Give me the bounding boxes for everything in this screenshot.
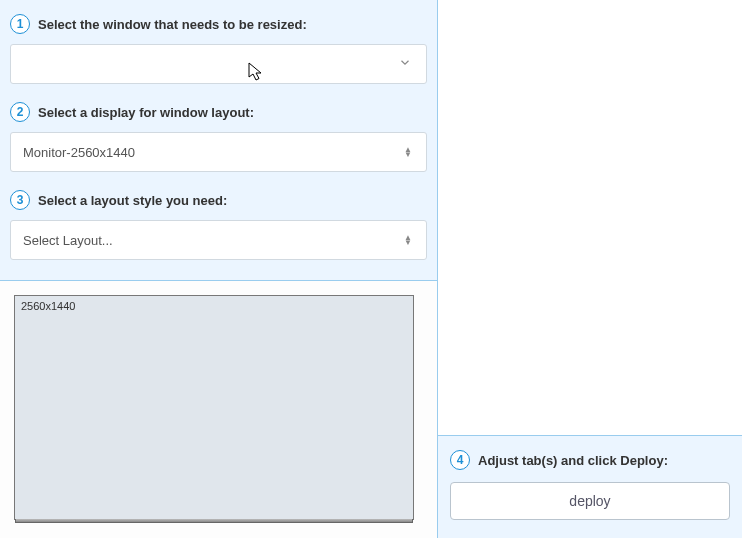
updown-icon: ▲▼ — [404, 235, 412, 245]
right-spacer — [438, 0, 742, 435]
step-2-badge: 2 — [10, 102, 30, 122]
step-3-badge: 3 — [10, 190, 30, 210]
left-pane: 1 Select the window that needs to be res… — [0, 0, 438, 538]
step-4-header: 4 Adjust tab(s) and click Deploy: — [450, 450, 730, 470]
monitor-preview[interactable]: 2560x1440 — [14, 295, 414, 520]
right-pane: 4 Adjust tab(s) and click Deploy: deploy — [438, 0, 742, 538]
window-select[interactable] — [10, 44, 427, 84]
step-2-header: 2 Select a display for window layout: — [10, 102, 427, 122]
step-1-badge: 1 — [10, 14, 30, 34]
deploy-button[interactable]: deploy — [450, 482, 730, 520]
layout-preview-panel: 2560x1440 — [0, 281, 437, 538]
display-select[interactable]: Monitor-2560x1440 ▲▼ — [10, 132, 427, 172]
config-steps-panel: 1 Select the window that needs to be res… — [0, 0, 437, 281]
monitor-resolution-label: 2560x1440 — [21, 300, 75, 312]
step-1-label: Select the window that needs to be resiz… — [38, 17, 307, 32]
display-select-value: Monitor-2560x1440 — [23, 145, 135, 160]
step-1-header: 1 Select the window that needs to be res… — [10, 14, 427, 34]
step-3-header: 3 Select a layout style you need: — [10, 190, 427, 210]
step-2-label: Select a display for window layout: — [38, 105, 254, 120]
app-container: 1 Select the window that needs to be res… — [0, 0, 742, 538]
step-3-label: Select a layout style you need: — [38, 193, 227, 208]
chevron-down-icon — [398, 56, 412, 73]
step-4-badge: 4 — [450, 450, 470, 470]
layout-select-value: Select Layout... — [23, 233, 113, 248]
step-4-label: Adjust tab(s) and click Deploy: — [478, 453, 668, 468]
layout-select[interactable]: Select Layout... ▲▼ — [10, 220, 427, 260]
deploy-panel: 4 Adjust tab(s) and click Deploy: deploy — [438, 435, 742, 538]
updown-icon: ▲▼ — [404, 147, 412, 157]
